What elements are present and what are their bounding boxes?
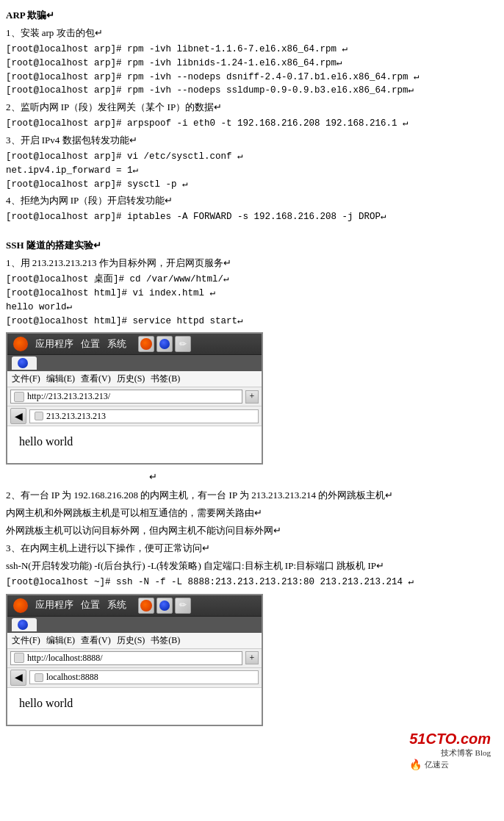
menu-bookmarks-2[interactable]: 书签(B) [151, 634, 180, 647]
menu-file-2[interactable]: 文件(F) [12, 634, 40, 647]
browser-location-bar-1: ◀ 213.213.213.213 [7, 406, 262, 426]
back-button-1[interactable]: ◀ [10, 408, 26, 424]
toolbar-icon-globe-2 [156, 598, 173, 614]
toolbar-icon-ff-2 [138, 598, 154, 614]
ssh-title: SSH 隧道的搭建实验↵ [6, 237, 498, 254]
menu-view-2[interactable]: 查看(V) [81, 634, 111, 647]
cmd-rpm3: [root@localhost arp]# rpm -ivh --nodeps … [6, 71, 498, 85]
cmd-ipforward: net.ipv4.ip_forward = 1↵ [6, 164, 498, 178]
toolbar-icon-ff-1 [138, 336, 154, 352]
location-text-1: 213.213.213.213 [46, 411, 106, 422]
toolbar-icon-edit-1: ✏ [175, 336, 191, 352]
ssh-step2-line3: 外网跳板主机可以访问目标外网，但内网主机不能访问目标外网↵ [6, 523, 498, 539]
ssh-step1-title: 1、用 213.213.213.213 作为目标外网，开启网页服务↵ [6, 255, 498, 271]
watermark-sub1: 技术博客 Blog [409, 747, 491, 759]
cmd-rpm4: [root@localhost arp]# rpm -ivh --nodeps … [6, 84, 498, 98]
taskbar-apps-1[interactable]: 应用程序 [35, 338, 73, 351]
tab-2[interactable] [12, 618, 37, 631]
address-text-1[interactable]: http://213.213.213.213/ [27, 391, 110, 402]
cmd-iptables: [root@localhost arp]# iptables -A FORWAR… [6, 210, 498, 224]
tab-area-1 [7, 355, 262, 371]
toolbar-icon-globe-1 [156, 336, 173, 352]
app-taskbar-1: 应用程序 位置 系统 ✏ [7, 334, 262, 355]
step3-title: 3、开启 IPv4 数据包转发功能↵ [6, 132, 498, 148]
toolbar-icon-edit-2: ✏ [175, 598, 191, 614]
tab-area-2 [7, 617, 262, 633]
location-icon-1 [35, 412, 43, 420]
location-display-2[interactable]: localhost:8888 [29, 670, 259, 684]
location-display-1[interactable]: 213.213.213.213 [29, 409, 259, 423]
address-text-2[interactable]: http://localhost:8888/ [27, 653, 103, 664]
app-taskbar-2: 应用程序 位置 系统 ✏ [7, 595, 262, 617]
taskbar-system-1[interactable]: 系统 [107, 338, 126, 351]
cmd-arpspoof: [root@localhost arp]# arpspoof -i eth0 -… [6, 117, 498, 131]
cmd-cd: [root@localhost 桌面]# cd /var/www/html/↵ [6, 273, 498, 287]
cmd-httpd: [root@localhost html]# service httpd sta… [6, 315, 498, 329]
browser-content-1: hello world [7, 426, 262, 463]
menu-file-1[interactable]: 文件(F) [12, 373, 40, 385]
watermark-site: 51CTO.com [409, 731, 491, 747]
taskbar-location-2[interactable]: 位置 [81, 599, 100, 612]
location-icon-2 [35, 673, 43, 682]
watermark-sub2-line: 🔥 亿速云 [409, 759, 491, 771]
tab-1[interactable] [12, 356, 37, 370]
browser-window-2: 应用程序 位置 系统 ✏ 文件(F) [6, 594, 263, 726]
browser-menubar-1: 文件(F) 编辑(E) 查看(V) 历史(S) 书签(B) [7, 371, 262, 387]
cmd-rpm2: [root@localhost arp]# rpm -ivh libnids-1… [6, 57, 498, 71]
taskbar-apps-2[interactable]: 应用程序 [35, 599, 73, 612]
ssh-step3-desc: ssh-N(开启转发功能) -f(后台执行) -L(转发策略) 自定端口:目标主… [6, 558, 498, 574]
location-text-2: localhost:8888 [46, 672, 98, 683]
step2-title: 2、监听内网 IP（段）发往网关（某个 IP）的数据↵ [6, 99, 498, 115]
browser-menubar-2: 文件(F) 编辑(E) 查看(V) 历史(S) 书签(B) [7, 633, 262, 649]
firefox-app-icon-2 [13, 598, 28, 613]
cmd-sysctl-p: [root@localhost arp]# sysctl -p ↵ [6, 178, 498, 192]
ssh-step3-title: 3、在内网主机上进行以下操作，便可正常访问↵ [6, 540, 498, 556]
cmd-ssh-tunnel: [root@localhost ~]# ssh -N -f -L 8888:21… [6, 576, 498, 589]
browser-toolbar-1: http://213.213.213.213/ + [7, 387, 262, 406]
menu-history-2[interactable]: 历史(S) [117, 634, 145, 647]
watermark-sub2: 亿速云 [425, 759, 449, 770]
page-icon-1 [14, 392, 24, 402]
browser-toolbar-2: http://localhost:8888/ + [7, 649, 262, 668]
browser-hello-world-2: hello world [19, 697, 73, 709]
ssh-step2-line1: 2、有一台 IP 为 192.168.216.208 的内网主机，有一台 IP … [6, 487, 498, 503]
browser-window-1: 应用程序 位置 系统 ✏ [6, 332, 263, 465]
blank-line: ↵ [6, 469, 498, 485]
watermark-logo-area: 51CTO.com 技术博客 Blog 🔥 亿速云 [409, 731, 491, 771]
step1-title: 1、安装 arp 攻击的包↵ [6, 25, 498, 41]
menu-bookmarks-1[interactable]: 书签(B) [151, 373, 180, 385]
watermark-51cto: 51CTO.com 技术博客 Blog 🔥 亿速云 [409, 731, 491, 771]
back-button-2[interactable]: ◀ [10, 670, 26, 686]
cmd-rpm1: [root@localhost arp]# rpm -ivh libnet-1.… [6, 43, 498, 57]
menu-edit-2[interactable]: 编辑(E) [46, 634, 75, 647]
firefox-app-icon-1 [13, 337, 28, 351]
browser-content-2: hello world [7, 688, 262, 725]
menu-view-1[interactable]: 查看(V) [81, 373, 111, 385]
watermark-container: 51CTO.com 技术博客 Blog 🔥 亿速云 [6, 731, 498, 771]
cmd-vi-index: [root@localhost html]# vi index.html ↵ [6, 287, 498, 301]
browser-hello-world-1: hello world [19, 435, 73, 448]
add-tab-button-1[interactable]: + [245, 390, 259, 404]
address-bar-1[interactable]: http://213.213.213.213/ [10, 390, 242, 404]
ssh-step2-line2: 内网主机和外网跳板主机是可以相互通信的，需要网关路由↵ [6, 505, 498, 521]
menu-edit-1[interactable]: 编辑(E) [46, 373, 75, 385]
step4-title: 4、拒绝为内网 IP（段）开启转发功能↵ [6, 193, 498, 209]
page-icon-2 [14, 653, 24, 663]
arp-title: ARP 欺骗↵ [6, 7, 498, 24]
cmd-hello: hello world↵ [6, 301, 498, 315]
browser-location-bar-2: ◀ localhost:8888 [7, 668, 262, 688]
taskbar-system-2[interactable]: 系统 [107, 599, 126, 612]
menu-history-1[interactable]: 历史(S) [117, 373, 145, 385]
address-bar-2[interactable]: http://localhost:8888/ [10, 651, 242, 665]
cmd-vi-sysctl: [root@localhost arp]# vi /etc/sysctl.con… [6, 150, 498, 164]
add-tab-button-2[interactable]: + [245, 651, 259, 664]
taskbar-location-1[interactable]: 位置 [81, 338, 100, 351]
main-content: ARP 欺骗↵ 1、安装 arp 攻击的包↵ [root@localhost a… [6, 7, 498, 771]
